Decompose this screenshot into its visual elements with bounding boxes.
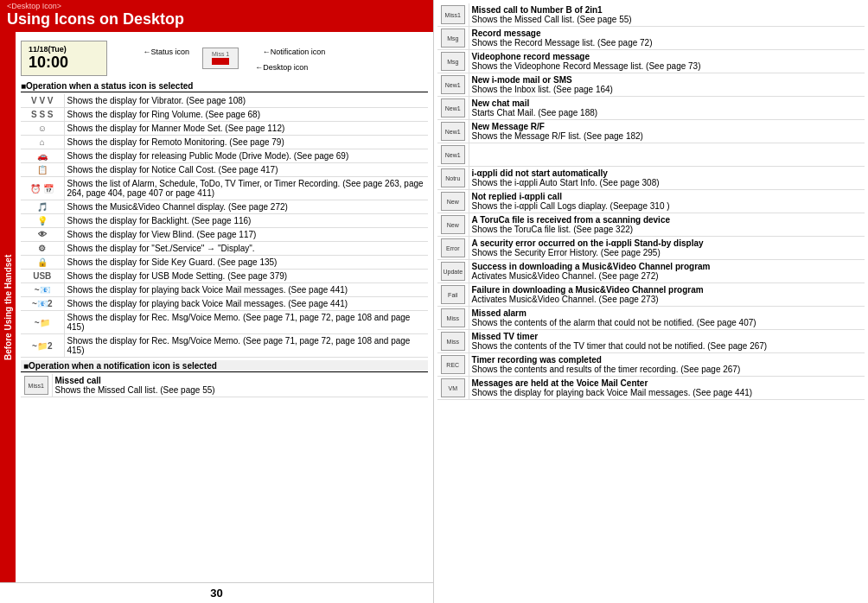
- status-icon-cell: 🚗: [21, 149, 64, 163]
- status-icon-symbol: 👁: [38, 230, 47, 239]
- operation-notif-header: ■Operation when a notification icon is s…: [21, 360, 428, 372]
- phone-date: 11/18(Tue): [29, 45, 99, 54]
- right-panel: Miss1 Missed call to Number B of 2in1 Sh…: [434, 0, 868, 603]
- icon-display-area: 11/18(Tue) 10:00 ←Status icon Miss 1 ←No…: [21, 41, 428, 76]
- notif-icon-img: Msg: [441, 52, 465, 71]
- status-icon-cell: ~📁: [21, 311, 64, 334]
- right-notif-row: Msg Record message Shows the Record Mess…: [437, 27, 865, 50]
- notif-title: A ToruCa file is received from a scannin…: [472, 215, 863, 225]
- status-icon-cell: ~📁2: [21, 334, 64, 358]
- status-desc-cell: Shows the display for View Blind. (See p…: [64, 228, 428, 242]
- status-desc-cell: Shows the display for releasing Public M…: [64, 149, 428, 163]
- notif-title: Missed alarm: [472, 308, 863, 318]
- notif-title: Timer recording was completed: [472, 355, 863, 365]
- left-notif-table: Miss1 Missed call Shows the Missed Call …: [21, 374, 428, 397]
- status-icon-cell: 👁: [21, 228, 64, 242]
- notif-title: Not replied i-αppli call: [472, 192, 863, 201]
- status-row: S S S Shows the display for Ring Volume.…: [21, 108, 428, 122]
- notif-icon-cell: New1: [437, 143, 469, 167]
- notif-icon-img: New1: [441, 122, 465, 141]
- notif-text-cell: Missed call to Number B of 2in1 Shows th…: [469, 3, 865, 27]
- status-icon-cell: ~📧2: [21, 297, 64, 311]
- notif-desc: Activates Music&Video Channel. (See page…: [472, 295, 863, 304]
- status-row: ☺ Shows the display for Manner Mode Set.…: [21, 122, 428, 136]
- right-notif-row: New Not replied i-αppli call Shows the i…: [437, 190, 865, 213]
- status-row: 👁 Shows the display for View Blind. (See…: [21, 228, 428, 242]
- status-desc-cell: Shows the display for playing back Voice…: [64, 283, 428, 297]
- notif-icon-cell: New: [437, 190, 469, 213]
- status-icon-cell: ⚙: [21, 242, 64, 256]
- status-icon-symbol: 📋: [37, 165, 48, 175]
- notif-icon-img: Fail: [441, 285, 465, 304]
- notif-text-cell: [469, 143, 865, 167]
- right-notif-table: Miss1 Missed call to Number B of 2in1 Sh…: [437, 3, 865, 400]
- status-desc-cell: Shows the display for Rec. Msg/Voice Mem…: [64, 334, 428, 358]
- notif-title: Missed call: [55, 376, 426, 385]
- status-row: 🚗 Shows the display for releasing Public…: [21, 149, 428, 163]
- notif-icon-cell: Msg: [437, 50, 469, 73]
- status-icon-table: V V V Shows the display for Vibrator. (S…: [21, 94, 428, 358]
- notif-icon-cell: Update: [437, 260, 469, 283]
- status-row: V V V Shows the display for Vibrator. (S…: [21, 94, 428, 108]
- right-notif-row: New1 New Message R/F Shows the Message R…: [437, 120, 865, 143]
- notif-icon-img: Miss: [441, 332, 465, 351]
- notif-icon-cell: Miss: [437, 307, 469, 330]
- notif-icon-img: New1: [441, 75, 465, 94]
- notif-desc: Shows the i-αppli Call Logs diaplay. (Se…: [472, 201, 863, 211]
- right-notif-row: Miss1 Missed call to Number B of 2in1 Sh…: [437, 3, 865, 27]
- notif-icon-cell: Miss1: [21, 374, 52, 397]
- status-desc-cell: Shows the list of Alarm, Schedule, ToDo,…: [64, 177, 428, 200]
- notif-icon-img: New1: [441, 98, 465, 117]
- notif-icon-cell: Notru: [437, 167, 469, 190]
- notif-desc: Shows the Videophone Record Message list…: [472, 61, 863, 71]
- status-icon-symbol: 🎵: [37, 202, 48, 212]
- status-desc-cell: Shows the display for Notice Call Cost. …: [64, 163, 428, 177]
- page-number: 30: [0, 582, 433, 603]
- status-icon-symbol: 💡: [37, 216, 48, 225]
- status-desc-cell: Shows the display for Rec. Msg/Voice Mem…: [64, 311, 428, 334]
- notif-desc: Shows the Missed Call list. (See page 55…: [472, 15, 863, 24]
- notif-icon-img: New: [441, 215, 465, 234]
- status-icon-symbol: ~📧2: [32, 299, 52, 308]
- notif-title: Messages are held at the Voice Mail Cent…: [472, 378, 863, 388]
- notif-icon-cell: New: [437, 213, 469, 237]
- right-notif-row: New1: [437, 143, 865, 167]
- status-icon-cell: ~📧: [21, 283, 64, 297]
- notif-icon-img: Notru: [441, 168, 465, 187]
- left-content: 11/18(Tue) 10:00 ←Status icon Miss 1 ←No…: [16, 32, 433, 582]
- right-notif-row: Miss Missed alarm Shows the contents of …: [437, 307, 865, 330]
- notification-icon-label: ←Notification icon: [263, 48, 326, 56]
- status-icon-symbol: ~📁2: [32, 341, 52, 351]
- status-desc-cell: Shows the display for USB Mode Setting. …: [64, 270, 428, 283]
- notif-desc: Shows the ToruCa file list. (See page 32…: [472, 225, 863, 234]
- desktop-icon-label: ←Desktop icon: [255, 63, 308, 72]
- notif-icon-img: VM: [441, 378, 465, 397]
- status-desc-cell: Shows the display for Remoto Monitoring.…: [64, 136, 428, 149]
- status-row: ⌂ Shows the display for Remoto Monitorin…: [21, 136, 428, 149]
- notif-title: Missed TV timer: [472, 332, 863, 341]
- status-icon-symbol: 🔒: [37, 257, 48, 267]
- notif-icon-cell: REC: [437, 353, 469, 377]
- notif-text-cell: A security error occurred on the i-αppli…: [469, 237, 865, 260]
- notif-icon-cell: New1: [437, 120, 469, 143]
- status-row: ~📁2 Shows the display for Rec. Msg/Voice…: [21, 334, 428, 358]
- notif-icon-img: Miss1: [24, 376, 48, 395]
- status-icon-symbol: 🚗: [37, 151, 48, 161]
- page-header: <Desktop Icon> Using Icons on Desktop: [0, 0, 433, 32]
- status-desc-cell: Shows the display for playing back Voice…: [64, 297, 428, 311]
- notif-icon-img: Update: [441, 262, 465, 281]
- status-desc-cell: Shows the display for "Set./Service" → "…: [64, 242, 428, 256]
- notif-text-cell: Failure in downloading a Music&Video Cha…: [469, 283, 865, 307]
- notif-icon-cell: Miss: [437, 330, 469, 353]
- notif-desc: Shows the i-αppli Auto Start Info. (See …: [472, 178, 863, 187]
- status-row: ~📧2 Shows the display for playing back V…: [21, 297, 428, 311]
- status-icon-cell: V V V: [21, 94, 64, 108]
- notif-title: Missed call to Number B of 2in1: [472, 5, 863, 15]
- notif-icon-img: Miss1: [441, 5, 465, 24]
- status-desc-cell: Shows the Music&Video Channel display. (…: [64, 200, 428, 214]
- notif-title: New i-mode mail or SMS: [472, 75, 863, 85]
- side-label: Before Using the Handset: [0, 32, 16, 582]
- status-icon-cell: 💡: [21, 214, 64, 228]
- status-row: ⏰ 📅 Shows the list of Alarm, Schedule, T…: [21, 177, 428, 200]
- status-icon-symbol: USB: [33, 271, 51, 281]
